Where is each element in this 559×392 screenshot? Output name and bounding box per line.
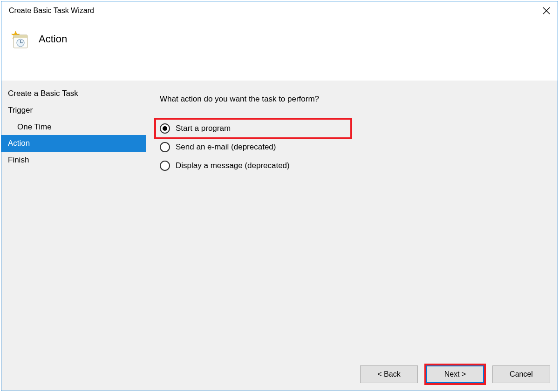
sidebar: Create a Basic Task Trigger One Time Act…: [1, 81, 146, 358]
window-title: Create Basic Task Wizard: [9, 7, 94, 15]
cancel-button[interactable]: Cancel: [492, 365, 550, 383]
close-icon: [543, 7, 550, 14]
sidebar-item-create-basic-task[interactable]: Create a Basic Task: [1, 85, 146, 102]
close-button[interactable]: [541, 5, 552, 16]
sidebar-item-finish[interactable]: Finish: [1, 152, 146, 169]
radio-label: Display a message (deprecated): [176, 161, 290, 170]
page-title: Action: [39, 29, 67, 45]
radio-label: Send an e-mail (deprecated): [176, 142, 276, 152]
header: Action: [1, 20, 558, 81]
radio-option-start-program[interactable]: Start a program: [154, 118, 352, 139]
radio-icon[interactable]: [160, 142, 170, 152]
action-radio-group: Start a program Send an e-mail (deprecat…: [160, 123, 290, 171]
body: Create a Basic Task Trigger One Time Act…: [1, 81, 558, 358]
radio-option-send-email[interactable]: Send an e-mail (deprecated): [160, 142, 290, 152]
svg-rect-4: [14, 35, 27, 38]
main-panel: What action do you want the task to perf…: [146, 81, 558, 358]
next-button[interactable]: Next >: [426, 365, 484, 383]
radio-label: Start a program: [176, 124, 231, 133]
back-button[interactable]: < Back: [360, 365, 418, 383]
sidebar-item-action[interactable]: Action: [1, 135, 146, 152]
titlebar: Create Basic Task Wizard: [1, 1, 558, 20]
wizard-icon: [10, 29, 30, 50]
footer: < Back Next > Cancel: [1, 358, 558, 391]
next-button-highlight: Next >: [424, 364, 486, 385]
sidebar-item-one-time[interactable]: One Time: [1, 119, 146, 135]
prompt-text: What action do you want the task to perf…: [160, 95, 544, 104]
radio-option-display-message[interactable]: Display a message (deprecated): [160, 161, 290, 171]
radio-icon[interactable]: [160, 123, 170, 134]
radio-icon[interactable]: [160, 161, 170, 171]
sidebar-item-trigger[interactable]: Trigger: [1, 102, 146, 119]
wizard-window: Create Basic Task Wizard Action Create a…: [1, 1, 558, 391]
